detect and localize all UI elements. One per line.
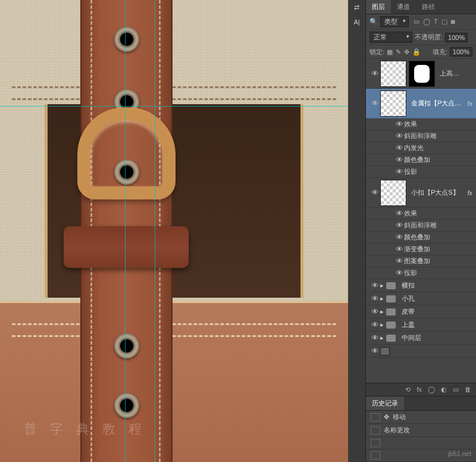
visibility-toggle[interactable]: 👁 <box>369 99 380 108</box>
layers-list[interactable]: 👁 上高… 👁 金属扣【P大点… fx 👁效果 👁斜面和浮雕 👁内发光 👁颜色叠… <box>366 59 476 383</box>
effect-item[interactable]: 👁颜色叠加 <box>366 154 476 166</box>
new-layer-icon[interactable]: ▭ <box>453 386 459 394</box>
add-fx-icon[interactable]: fx <box>416 386 422 394</box>
layer-row[interactable]: 👁 小扣【P大点S】 fx <box>366 178 476 208</box>
tab-paths[interactable]: 路径 <box>416 0 441 14</box>
visibility-toggle[interactable]: 👁 <box>369 281 380 290</box>
blend-mode-select[interactable]: 正常 <box>369 32 412 43</box>
group-name[interactable]: 横扣 <box>399 281 475 290</box>
layer-thumbnail[interactable] <box>380 90 406 117</box>
visibility-toggle[interactable]: 👁 <box>369 307 380 316</box>
effect-name: 颜色叠加 <box>404 155 430 164</box>
visibility-toggle[interactable]: 👁 <box>394 167 404 176</box>
lock-all-icon[interactable]: 🔒 <box>412 48 421 56</box>
group-name[interactable]: 皮带 <box>399 307 475 316</box>
layer-group-row[interactable]: 👁▸小孔 <box>366 292 476 305</box>
disclosure-triangle[interactable]: ▸ <box>380 282 386 289</box>
paragraph-panel-icon[interactable]: ⇄ <box>354 4 359 11</box>
guide-horizontal[interactable] <box>0 106 348 107</box>
filter-smart-icon[interactable]: ◙ <box>451 18 455 26</box>
layer-group-row[interactable]: 👁▸皮带 <box>366 305 476 319</box>
lock-position-icon[interactable]: ✥ <box>404 48 409 56</box>
guide-vertical[interactable] <box>125 0 126 462</box>
layer-group-row[interactable]: 👁▸中间层 <box>366 332 476 345</box>
visibility-toggle[interactable]: 👁 <box>394 257 404 266</box>
layer-row[interactable]: 👁 金属扣【P大点… fx <box>366 89 476 118</box>
layer-row[interactable]: 👁 上高… <box>366 59 476 89</box>
delete-layer-icon[interactable]: 🗑 <box>465 386 471 394</box>
visibility-toggle[interactable]: 👁 <box>394 221 404 230</box>
visibility-toggle[interactable]: 👁 <box>394 209 404 218</box>
layer-thumbnail[interactable] <box>380 180 406 206</box>
visibility-toggle[interactable]: 👁 <box>369 320 380 329</box>
visibility-toggle[interactable]: 👁 <box>394 143 404 152</box>
fx-badge[interactable]: fx <box>465 189 475 196</box>
disclosure-triangle[interactable]: ▸ <box>380 295 386 302</box>
history-label: 名称更改 <box>384 426 410 435</box>
history-item[interactable]: 名称更改 <box>366 424 476 437</box>
effect-item[interactable]: 👁图案叠加 <box>366 255 476 267</box>
fill-value[interactable]: 100% <box>450 47 472 57</box>
layer-mask-thumbnail[interactable] <box>409 61 435 87</box>
disclosure-triangle[interactable]: ▸ <box>380 308 386 316</box>
guide-vertical[interactable] <box>155 0 155 462</box>
tab-history[interactable]: 历史记录 <box>366 397 404 410</box>
filter-pixel-icon[interactable]: ▭ <box>414 18 419 26</box>
filter-type-icon[interactable]: T <box>434 18 438 26</box>
disclosure-triangle[interactable]: ▸ <box>380 321 386 329</box>
opacity-value[interactable]: 100% <box>445 33 468 42</box>
add-mask-icon[interactable]: ◯ <box>428 386 435 394</box>
layer-group-row[interactable]: 👁▸上盖 <box>366 319 476 332</box>
folder-icon <box>386 335 396 342</box>
visibility-toggle[interactable]: 👁 <box>394 233 404 242</box>
blend-mode-row: 正常 不透明度: 100% <box>366 30 476 45</box>
effect-item[interactable]: 👁颜色叠加 <box>366 232 476 244</box>
visibility-toggle[interactable]: 👁 <box>369 69 380 78</box>
group-name[interactable]: 上盖 <box>399 320 475 329</box>
effect-item[interactable]: 👁斜面和浮雕 <box>366 220 476 232</box>
history-state-icon <box>371 426 380 435</box>
history-item[interactable] <box>366 437 476 449</box>
filter-adjust-icon[interactable]: ◯ <box>423 18 430 26</box>
lock-transparent-icon[interactable]: ▩ <box>387 48 393 56</box>
visibility-toggle[interactable]: 👁 <box>369 294 380 303</box>
effects-label: 效果 <box>404 120 417 129</box>
group-name[interactable]: 中间层 <box>399 333 475 342</box>
tab-channels[interactable]: 通道 <box>391 0 416 14</box>
layer-thumbnail[interactable] <box>380 61 406 87</box>
filter-type-select[interactable]: 类型 <box>380 16 409 27</box>
visibility-toggle[interactable]: 👁 <box>394 120 404 129</box>
link-layers-icon[interactable]: ⟲ <box>405 386 411 394</box>
visibility-toggle[interactable]: 👁 <box>394 155 404 164</box>
effect-item[interactable]: 👁投影 <box>366 166 476 178</box>
add-adjustment-icon[interactable]: ◐ <box>441 386 447 394</box>
layer-name[interactable]: 上高… <box>437 69 475 78</box>
visibility-toggle[interactable]: 👁 <box>394 269 404 277</box>
document-canvas[interactable]: 普 字 典 教 程 <box>0 0 348 462</box>
disclosure-triangle[interactable]: ▸ <box>380 334 386 342</box>
layer-group-row[interactable]: 👁▸横扣 <box>366 279 476 292</box>
lock-pixels-icon[interactable]: ✎ <box>396 48 401 56</box>
effect-item[interactable]: 👁内发光 <box>366 142 476 154</box>
effect-item[interactable]: 👁斜面和浮雕 <box>366 130 476 142</box>
layer-name[interactable]: 小扣【P大点S】 <box>409 188 465 197</box>
effects-header[interactable]: 👁效果 <box>366 118 476 130</box>
layer-thumbnail[interactable] <box>380 347 390 355</box>
tab-layers[interactable]: 图层 <box>366 0 391 14</box>
group-name[interactable]: 小孔 <box>399 294 475 303</box>
fx-badge[interactable]: fx <box>465 100 475 107</box>
effect-item[interactable]: 👁投影 <box>366 267 476 279</box>
visibility-toggle[interactable]: 👁 <box>369 188 380 197</box>
visibility-toggle[interactable]: 👁 <box>369 333 380 342</box>
layer-name[interactable]: 金属扣【P大点… <box>409 99 465 108</box>
history-item[interactable]: ✥ 移动 <box>366 411 476 424</box>
filter-shape-icon[interactable]: ▢ <box>441 18 447 26</box>
visibility-toggle[interactable]: 👁 <box>394 132 404 141</box>
effects-header[interactable]: 👁效果 <box>366 208 476 220</box>
search-icon: 🔍 <box>369 18 378 26</box>
character-panel-icon[interactable]: A| <box>353 18 359 26</box>
effect-item[interactable]: 👁渐变叠加 <box>366 244 476 255</box>
visibility-toggle[interactable]: 👁 <box>394 245 404 254</box>
layer-row[interactable]: 👁 <box>366 345 476 358</box>
visibility-toggle[interactable]: 👁 <box>369 346 380 355</box>
